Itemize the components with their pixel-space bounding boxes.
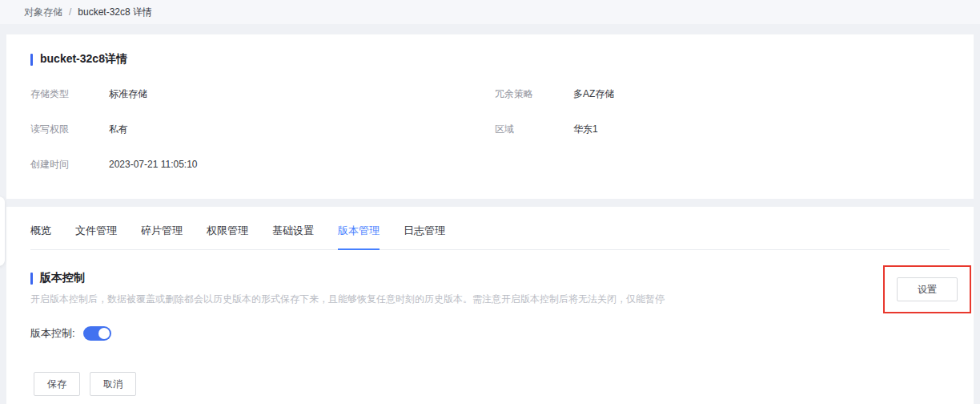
field-create-time: 创建时间 2023-07-21 11:05:10 <box>30 159 198 170</box>
version-toggle[interactable] <box>83 326 111 341</box>
breadcrumb: 对象存储 / bucket-32c8 详情 <box>0 0 980 24</box>
breadcrumb-separator: / <box>69 6 71 18</box>
tab-version-management[interactable]: 版本管理 <box>338 223 380 250</box>
title-accent-bar <box>30 54 33 66</box>
settings-button[interactable]: 设置 <box>897 277 958 301</box>
version-control-description: 开启版本控制后，数据被覆盖或删除都会以历史版本的形式保存下来，且能够恢复任意时刻… <box>30 293 845 306</box>
toggle-knob-icon <box>98 328 110 339</box>
cancel-button[interactable]: 取消 <box>90 372 136 396</box>
field-region: 区域 华东1 <box>495 123 614 135</box>
action-buttons: 保存 取消 <box>34 372 974 396</box>
field-storage-type: 存储类型 标准存储 <box>30 88 198 99</box>
bucket-detail-card: bucket-32c8详情 存储类型 标准存储 读写权限 私有 创建时间 202… <box>6 34 974 199</box>
tab-overview[interactable]: 概览 <box>30 223 51 250</box>
bucket-management-card: 概览 文件管理 碎片管理 权限管理 基础设置 版本管理 日志管理 版本控制 开启… <box>6 207 974 404</box>
version-toggle-row: 版本控制: <box>30 326 974 341</box>
save-button[interactable]: 保存 <box>34 372 80 396</box>
field-acl: 读写权限 私有 <box>30 123 198 135</box>
version-control-title: 版本控制 <box>40 271 85 285</box>
side-drawer-handle[interactable] <box>0 196 5 266</box>
settings-annotation-box: 设置 <box>883 265 971 313</box>
breadcrumb-parent[interactable]: 对象存储 <box>24 6 62 19</box>
tab-permission-management[interactable]: 权限管理 <box>207 223 248 250</box>
tab-file-management[interactable]: 文件管理 <box>75 223 117 250</box>
tab-bar: 概览 文件管理 碎片管理 权限管理 基础设置 版本管理 日志管理 <box>30 223 950 250</box>
tab-basic-settings[interactable]: 基础设置 <box>272 223 314 250</box>
breadcrumb-current: bucket-32c8 详情 <box>78 6 152 19</box>
bucket-detail-title: bucket-32c8详情 <box>40 52 127 67</box>
field-redundancy: 冗余策略 多AZ存储 <box>495 88 614 99</box>
tab-log-management[interactable]: 日志管理 <box>404 223 445 250</box>
tab-fragment-management[interactable]: 碎片管理 <box>141 223 183 250</box>
section-accent-bar <box>30 273 33 285</box>
version-toggle-label: 版本控制: <box>30 326 75 341</box>
bucket-detail-header: bucket-32c8详情 <box>30 52 974 67</box>
version-control-header: 版本控制 <box>30 271 950 285</box>
